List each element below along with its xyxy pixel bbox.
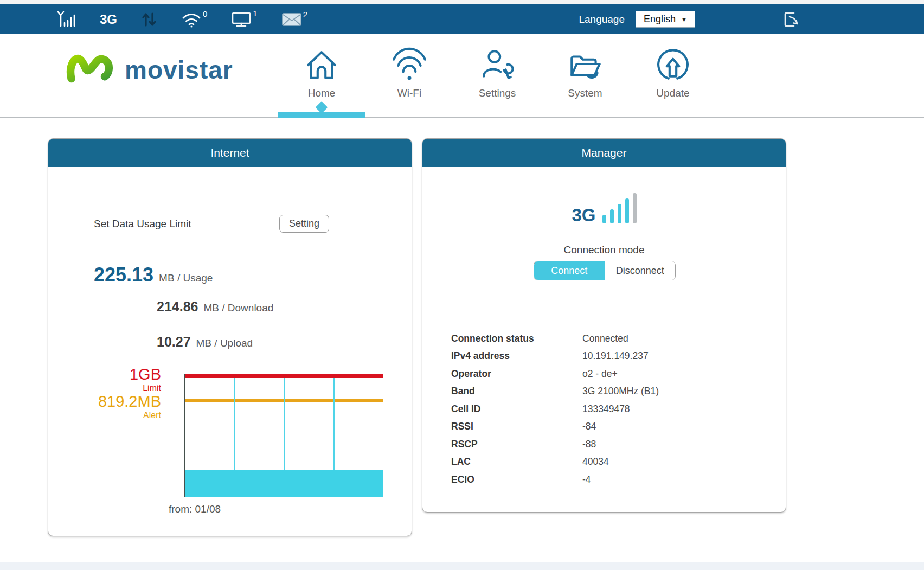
disconnect-button[interactable]: Disconnect bbox=[605, 261, 676, 280]
internet-panel-title: Internet bbox=[48, 139, 412, 167]
usage-total-value: 225.13 bbox=[94, 264, 153, 286]
dropdown-caret-icon: ▼ bbox=[681, 16, 687, 23]
page-top-strip bbox=[0, 0, 924, 4]
wifi-status-icon: 0 bbox=[181, 11, 207, 28]
status-label: LAC bbox=[451, 456, 582, 467]
divider bbox=[157, 324, 314, 324]
cell-signal-icon bbox=[56, 10, 76, 29]
status-row: IPv4 address10.191.149.237 bbox=[451, 348, 755, 366]
status-row: RSSI-84 bbox=[451, 418, 755, 436]
status-value: 133349478 bbox=[582, 404, 630, 415]
status-value: 3G 2100MHz (B1) bbox=[582, 386, 659, 397]
connection-mode-switch: Connect Disconnect bbox=[534, 261, 676, 280]
download-value: 214.86 bbox=[157, 299, 198, 315]
download-unit: MB / Download bbox=[203, 302, 273, 314]
status-value: -84 bbox=[582, 421, 596, 432]
manager-panel-title: Manager bbox=[422, 139, 786, 167]
signal-bar bbox=[610, 209, 614, 223]
network-type-badge: 3G bbox=[100, 12, 117, 27]
usage-fill bbox=[185, 470, 383, 497]
alert-sub-label: Alert bbox=[81, 411, 161, 420]
settings-icon bbox=[479, 44, 515, 86]
chart-from-label: from: 01/08 bbox=[169, 503, 221, 515]
status-label: Operator bbox=[451, 368, 582, 380]
page-footer-strip bbox=[0, 562, 924, 570]
status-label: RSSI bbox=[451, 421, 582, 432]
connect-button[interactable]: Connect bbox=[534, 261, 605, 280]
tab-update[interactable]: Update bbox=[629, 40, 717, 116]
connection-status-list: Connection statusConnected IPv4 address1… bbox=[451, 330, 755, 489]
movistar-m-icon bbox=[65, 46, 117, 88]
limit-value-label: 1GB bbox=[81, 367, 161, 382]
network-signal-indicator: 3G bbox=[422, 193, 786, 223]
signal-bar bbox=[625, 198, 629, 223]
status-row: Band3G 2100MHz (B1) bbox=[451, 383, 755, 401]
status-label: Cell ID bbox=[451, 404, 582, 415]
wifi-icon bbox=[390, 44, 428, 86]
alert-value-label: 819.2MB bbox=[81, 394, 161, 409]
wifi-client-count: 0 bbox=[203, 9, 207, 18]
tab-settings-label: Settings bbox=[479, 87, 516, 99]
language-dropdown[interactable]: English ▼ bbox=[636, 11, 695, 28]
divider bbox=[94, 253, 329, 253]
status-row: Connection statusConnected bbox=[451, 330, 755, 348]
upload-value: 10.27 bbox=[157, 334, 191, 350]
language-label: Language bbox=[579, 14, 625, 25]
tab-wifi[interactable]: Wi-Fi bbox=[365, 40, 453, 116]
sms-count: 2 bbox=[303, 10, 307, 19]
status-topbar: 3G 0 1 bbox=[0, 4, 924, 34]
signal-bars-icon bbox=[602, 193, 637, 223]
sms-envelope-icon: 2 bbox=[281, 12, 307, 27]
lan-monitor-icon: 1 bbox=[231, 11, 257, 28]
tab-system[interactable]: System bbox=[541, 40, 629, 116]
tab-update-label: Update bbox=[656, 87, 689, 99]
tab-wifi-label: Wi-Fi bbox=[397, 87, 421, 99]
status-value: 40034 bbox=[582, 456, 609, 467]
home-icon bbox=[304, 44, 339, 86]
status-value: o2 - de+ bbox=[582, 368, 618, 380]
setting-button[interactable]: Setting bbox=[279, 215, 329, 233]
limit-line bbox=[185, 374, 383, 378]
status-label: IPv4 address bbox=[451, 350, 582, 362]
language-selected-value: English bbox=[644, 14, 676, 25]
status-value: 10.191.149.237 bbox=[582, 350, 649, 362]
updown-traffic-icon bbox=[141, 11, 157, 28]
status-label: Band bbox=[451, 386, 582, 397]
manager-panel: Manager 3G Connection mode Connect Disco… bbox=[422, 138, 786, 513]
signal-bar bbox=[633, 193, 637, 223]
status-label: RSCP bbox=[451, 439, 582, 450]
internet-panel: Internet Set Data Usage Limit Setting 22… bbox=[48, 138, 412, 536]
signal-bar bbox=[618, 204, 621, 223]
system-folder-icon bbox=[566, 44, 604, 86]
tab-home[interactable]: Home bbox=[278, 40, 365, 116]
status-value: Connected bbox=[582, 333, 628, 344]
tab-system-label: System bbox=[568, 87, 602, 99]
signal-bar bbox=[602, 215, 606, 223]
upload-unit: MB / Upload bbox=[196, 337, 253, 349]
status-row: LAC40034 bbox=[451, 453, 755, 471]
connection-mode-label: Connection mode bbox=[422, 244, 786, 256]
update-icon bbox=[655, 44, 691, 86]
status-label: Connection status bbox=[451, 333, 582, 344]
status-value: -88 bbox=[582, 439, 596, 450]
main-nav: Home Wi-Fi bbox=[278, 40, 717, 116]
movistar-logo: movistar bbox=[65, 46, 233, 88]
network-badge: 3G bbox=[572, 207, 595, 223]
limit-sub-label: Limit bbox=[81, 384, 161, 393]
data-usage-chart bbox=[184, 374, 383, 497]
tab-settings[interactable]: Settings bbox=[453, 40, 541, 116]
status-row: RSCP-88 bbox=[451, 435, 755, 453]
status-row: Cell ID133349478 bbox=[451, 400, 755, 418]
brand-name: movistar bbox=[125, 55, 233, 85]
usage-total-unit: MB / Usage bbox=[159, 272, 213, 284]
status-row: Operatoro2 - de+ bbox=[451, 365, 755, 383]
usage-chart-labels: 1GB Limit 819.2MB Alert bbox=[81, 367, 161, 420]
tab-home-label: Home bbox=[308, 87, 336, 99]
status-row: ECIO-4 bbox=[451, 471, 755, 489]
status-value: -4 bbox=[582, 474, 591, 485]
status-label: ECIO bbox=[451, 474, 582, 485]
logout-icon[interactable] bbox=[783, 11, 801, 28]
lan-client-count: 1 bbox=[253, 9, 257, 18]
page-header: movistar Home Wi-Fi bbox=[0, 34, 924, 118]
set-data-usage-limit-label: Set Data Usage Limit bbox=[94, 218, 191, 230]
